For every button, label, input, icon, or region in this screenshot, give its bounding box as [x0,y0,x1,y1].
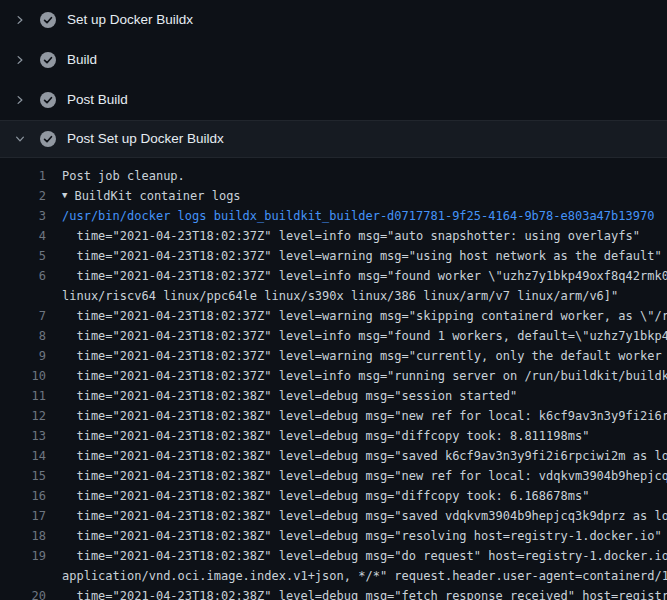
log-line-number[interactable]: 18 [16,526,46,546]
log-line-text: time="2021-04-23T18:02:37Z" level=warnin… [62,306,667,326]
step-sections: Set up Docker BuildxBuildPost BuildPost … [0,0,667,158]
log-row: 4 time="2021-04-23T18:02:37Z" level=info… [16,226,667,246]
success-check-circle-icon [40,92,56,108]
log-line-text: time="2021-04-23T18:02:38Z" level=debug … [62,506,667,526]
log-row: 11 time="2021-04-23T18:02:38Z" level=deb… [16,386,667,406]
log-line-text: time="2021-04-23T18:02:38Z" level=debug … [62,546,667,566]
log-row: 6 time="2021-04-23T18:02:37Z" level=info… [16,266,667,286]
log-row: 17 time="2021-04-23T18:02:38Z" level=deb… [16,506,667,526]
log-line-text: time="2021-04-23T18:02:38Z" level=debug … [62,526,662,546]
log-line-text: linux/riscv64 linux/ppc64le linux/s390x … [62,286,618,306]
log-line-number[interactable]: 11 [16,386,46,406]
log-line-number [16,566,46,586]
log-line-text: time="2021-04-23T18:02:38Z" level=debug … [62,406,667,426]
log-row: 5 time="2021-04-23T18:02:37Z" level=warn… [16,246,667,266]
log-line-number[interactable]: 9 [16,346,46,366]
log-line-text: time="2021-04-23T18:02:37Z" level=info m… [62,326,667,346]
log-row: 16 time="2021-04-23T18:02:38Z" level=deb… [16,486,667,506]
section-header-set-up-docker-buildx[interactable]: Set up Docker Buildx [0,0,667,40]
section-title: Post Build [67,92,128,108]
log-line-text: time="2021-04-23T18:02:38Z" level=debug … [62,386,517,406]
section-header-post-set-up-docker-buildx[interactable]: Post Set up Docker Buildx [0,120,667,158]
log-line-text: time="2021-04-23T18:02:37Z" level=warnin… [62,346,667,366]
log-line-number[interactable]: 19 [16,546,46,566]
collapse-toggle-icon[interactable]: ▼ [62,186,67,205]
log-row: 7 time="2021-04-23T18:02:37Z" level=warn… [16,306,667,326]
log-row: 2▼BuildKit container logs [16,186,667,206]
log-line-number[interactable]: 5 [16,246,46,266]
log-row: 10 time="2021-04-23T18:02:37Z" level=inf… [16,366,667,386]
log-line-text: time="2021-04-23T18:02:38Z" level=debug … [62,586,667,600]
log-line-text: time="2021-04-23T18:02:38Z" level=debug … [62,446,667,466]
log-row: 13 time="2021-04-23T18:02:38Z" level=deb… [16,426,667,446]
log-line-number[interactable]: 12 [16,406,46,426]
log-line-text: time="2021-04-23T18:02:38Z" level=debug … [62,426,589,446]
log-line-number[interactable]: 17 [16,506,46,526]
log-line-number[interactable]: 14 [16,446,46,466]
log-line-number[interactable]: 1 [16,166,46,186]
log-row: 20 time="2021-04-23T18:02:38Z" level=deb… [16,586,667,600]
log-line-text: BuildKit container logs [74,186,240,206]
log-row: 15 time="2021-04-23T18:02:38Z" level=deb… [16,466,667,486]
log-row: application/vnd.oci.image.index.v1+json,… [16,566,667,586]
chevron-right-icon [14,54,26,66]
log-row: 3/usr/bin/docker logs buildx_buildkit_bu… [16,206,667,226]
log-row: 9 time="2021-04-23T18:02:37Z" level=warn… [16,346,667,366]
log-line-number [16,286,46,306]
log-line-text: Post job cleanup. [62,166,185,186]
log-row: linux/riscv64 linux/ppc64le linux/s390x … [16,286,667,306]
log-line-text: time="2021-04-23T18:02:37Z" level=info m… [62,226,640,246]
section-header-build[interactable]: Build [0,40,667,80]
log-line-number[interactable]: 6 [16,266,46,286]
log-line-number[interactable]: 15 [16,466,46,486]
log-line-text: /usr/bin/docker logs buildx_buildkit_bui… [62,206,654,226]
log-line-text: time="2021-04-23T18:02:37Z" level=warnin… [62,246,662,266]
log-row: 8 time="2021-04-23T18:02:37Z" level=info… [16,326,667,346]
section-title: Post Set up Docker Buildx [67,131,224,147]
workflow-log-viewer: Set up Docker BuildxBuildPost BuildPost … [0,0,667,600]
log-line-number[interactable]: 7 [16,306,46,326]
log-row: 19 time="2021-04-23T18:02:38Z" level=deb… [16,546,667,566]
log-line-number[interactable]: 8 [16,326,46,346]
log-row: 14 time="2021-04-23T18:02:38Z" level=deb… [16,446,667,466]
section-title: Set up Docker Buildx [67,12,193,28]
chevron-right-icon [14,94,26,106]
log-line-number[interactable]: 10 [16,366,46,386]
log-line-number[interactable]: 3 [16,206,46,226]
chevron-down-icon [14,133,26,145]
log-row: 12 time="2021-04-23T18:02:38Z" level=deb… [16,406,667,426]
log-row: 1Post job cleanup. [16,166,667,186]
log-line-text: time="2021-04-23T18:02:38Z" level=debug … [62,466,667,486]
success-check-circle-icon [40,12,56,28]
log-line-number[interactable]: 2 [16,186,46,206]
log-lines: 1Post job cleanup.2▼BuildKit container l… [0,158,667,600]
section-title: Build [67,52,97,68]
chevron-right-icon [14,14,26,26]
log-line-number[interactable]: 4 [16,226,46,246]
log-line-number[interactable]: 13 [16,426,46,446]
success-check-circle-icon [40,52,56,68]
log-row: 18 time="2021-04-23T18:02:38Z" level=deb… [16,526,667,546]
success-check-circle-icon [40,131,56,147]
section-header-post-build[interactable]: Post Build [0,80,667,120]
log-line-number[interactable]: 16 [16,486,46,506]
log-line-text: application/vnd.oci.image.index.v1+json,… [62,566,667,586]
log-line-text: time="2021-04-23T18:02:37Z" level=info m… [62,266,667,286]
log-line-text: time="2021-04-23T18:02:37Z" level=info m… [62,366,667,386]
log-line-text: time="2021-04-23T18:02:38Z" level=debug … [62,486,589,506]
log-line-number[interactable]: 20 [16,586,46,600]
